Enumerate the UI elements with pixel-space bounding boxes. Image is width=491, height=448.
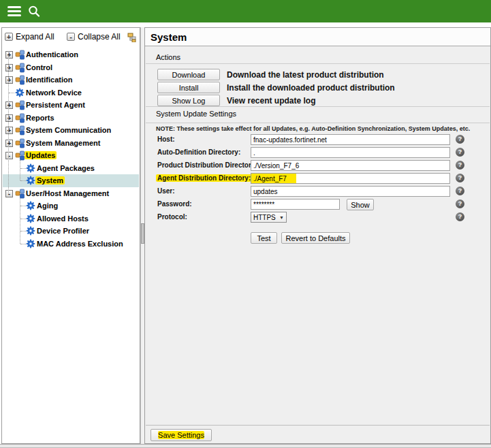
help-icon[interactable]: ?	[456, 199, 464, 208]
expand-node-icon[interactable]: +	[5, 76, 13, 84]
collapse-all-button[interactable]: - Collapse All	[67, 32, 121, 42]
sidebar-item-agent-packages[interactable]: Agent Packages	[3, 162, 139, 175]
search-icon[interactable]	[27, 5, 41, 18]
expand-node-icon[interactable]: +	[5, 101, 13, 109]
product-distribution-directory-input[interactable]	[251, 160, 450, 171]
agent-distribution-directory-label: Agent Distribution Directory:	[156, 174, 252, 182]
help-icon[interactable]: ?	[456, 187, 464, 195]
sidebar-item-reports[interactable]: + Reports	[3, 112, 139, 125]
agent-distribution-directory-input[interactable]	[251, 173, 450, 184]
sidebar-item-label: Identification	[25, 76, 74, 84]
gear-icon	[26, 214, 35, 226]
show-log-button[interactable]: Show Log	[157, 95, 220, 106]
section-divider	[146, 106, 490, 107]
help-icon[interactable]: ?	[456, 161, 464, 170]
sidebar-item-identification[interactable]: + Identification	[3, 74, 139, 86]
collapse-node-icon[interactable]: -	[5, 152, 13, 159]
tree-guide-line	[8, 52, 9, 193]
page-title: System	[151, 31, 187, 43]
action-description: Download the latest product distribution	[227, 70, 384, 80]
expand-node-icon[interactable]: +	[5, 127, 13, 134]
expand-node-icon[interactable]: +	[5, 64, 13, 71]
host-input[interactable]	[251, 134, 450, 145]
action-description: View recent update log	[227, 96, 315, 106]
revert-to-defaults-button[interactable]: Revert to Defaults	[281, 232, 350, 244]
sidebar-item-system-communication[interactable]: + System Communication	[3, 124, 139, 137]
gear-icon	[26, 163, 35, 176]
top-navigation-bar	[0, 0, 491, 22]
sidebar-item-label: Aging	[35, 202, 59, 210]
host-label: Host:	[156, 135, 176, 143]
tree-connector	[20, 168, 26, 169]
sidebar-item-system-management[interactable]: + System Management	[3, 137, 139, 150]
protocol-label: Protocol:	[156, 213, 189, 221]
settings-note: NOTE: These settings take effect for all…	[156, 125, 470, 132]
user-input[interactable]	[251, 186, 450, 197]
tree-connector	[20, 180, 26, 181]
download-button[interactable]: Download	[157, 69, 220, 80]
sidebar-item-aging[interactable]: Aging	[3, 199, 139, 212]
sidebar-item-label: Network Device	[25, 89, 83, 97]
collapse-node-icon[interactable]: -	[5, 190, 13, 197]
tree-connector	[20, 244, 26, 244]
sidebar-item-system[interactable]: System	[3, 174, 139, 187]
expand-node-icon[interactable]: +	[5, 51, 13, 59]
gear-icon	[26, 226, 35, 238]
sidebar-item-label: System	[35, 176, 65, 185]
help-icon[interactable]: ?	[456, 174, 464, 182]
selected-option-label: HTTPS	[253, 214, 276, 221]
test-button[interactable]: Test	[251, 232, 277, 244]
sidebar-item-control[interactable]: + Control	[3, 61, 139, 74]
sidebar-item-allowed-hosts[interactable]: Allowed Hosts	[3, 212, 139, 225]
sidebar-item-label: Persistent Agent	[25, 101, 86, 109]
sidebar-item-label: Allowed Hosts	[35, 214, 90, 223]
expand-node-icon[interactable]: +	[5, 114, 13, 122]
sidebar-toolbar: + Expand All - Collapse All	[2, 28, 140, 46]
tree-connector	[20, 219, 26, 219]
sidebar-item-user-host-management[interactable]: - User/Host Management	[3, 187, 139, 200]
auto-definition-directory-label: Auto-Definition Directory:	[156, 148, 242, 156]
help-icon[interactable]: ?	[456, 148, 464, 157]
show-button[interactable]: Show	[347, 199, 374, 210]
auto-definition-directory-input[interactable]	[251, 147, 450, 158]
chevron-down-icon: ▼	[279, 215, 284, 220]
window-bottom-edge	[0, 444, 491, 448]
tree-guide-line	[20, 198, 20, 244]
sidebar-item-updates[interactable]: - Updates	[3, 149, 139, 162]
sidebar-item-persistent-agent[interactable]: + Persistent Agent	[3, 99, 139, 112]
sidebar-item-label: System Communication	[25, 126, 112, 134]
save-settings-button[interactable]: Save Settings	[151, 429, 212, 441]
tree-connector	[9, 93, 14, 93]
sidebar-item-label: System Management	[25, 139, 101, 147]
gear-icon	[26, 176, 35, 188]
help-icon[interactable]: ?	[456, 212, 464, 221]
sidebar-item-label: Reports	[25, 114, 56, 122]
expand-node-icon[interactable]: +	[5, 140, 13, 147]
section-divider	[146, 123, 490, 123]
plus-icon: +	[5, 33, 13, 41]
expand-all-label: Expand All	[16, 32, 54, 42]
gear-icon	[15, 88, 25, 100]
sidebar-item-device-profiler[interactable]: Device Profiler	[3, 225, 139, 238]
product-distribution-directory-label: Product Distribution Directory:	[156, 161, 259, 169]
protocol-select[interactable]: HTTPS▼	[251, 212, 287, 223]
install-button[interactable]: Install	[157, 82, 220, 93]
help-icon[interactable]: ?	[456, 135, 464, 144]
sidebar-item-label: Agent Packages	[35, 164, 96, 172]
hamburger-menu-icon[interactable]	[7, 6, 21, 16]
gear-icon	[26, 239, 35, 251]
sidebar-item-label: Updates	[25, 151, 57, 159]
tree-connector	[20, 206, 26, 206]
expand-all-button[interactable]: + Expand All	[5, 32, 54, 42]
tree-guide-line	[20, 160, 20, 180]
sidebar-item-network-device[interactable]: Network Device	[3, 86, 139, 99]
sidebar-item-mac-address-exclusion[interactable]: MAC Address Exclusion	[3, 238, 139, 251]
sidebar-item-label: Control	[25, 63, 54, 71]
action-description: Install the downloaded product distribut…	[227, 83, 395, 93]
section-divider	[146, 63, 490, 64]
content-panel: System Actions DownloadDownload the late…	[144, 27, 491, 444]
sidebar-item-authentication[interactable]: + Authentication	[3, 48, 139, 61]
tree-view-icon[interactable]	[127, 33, 136, 45]
navigation-sidebar: + Expand All - Collapse All + Authentica…	[1, 27, 140, 444]
password-input[interactable]	[251, 199, 340, 210]
